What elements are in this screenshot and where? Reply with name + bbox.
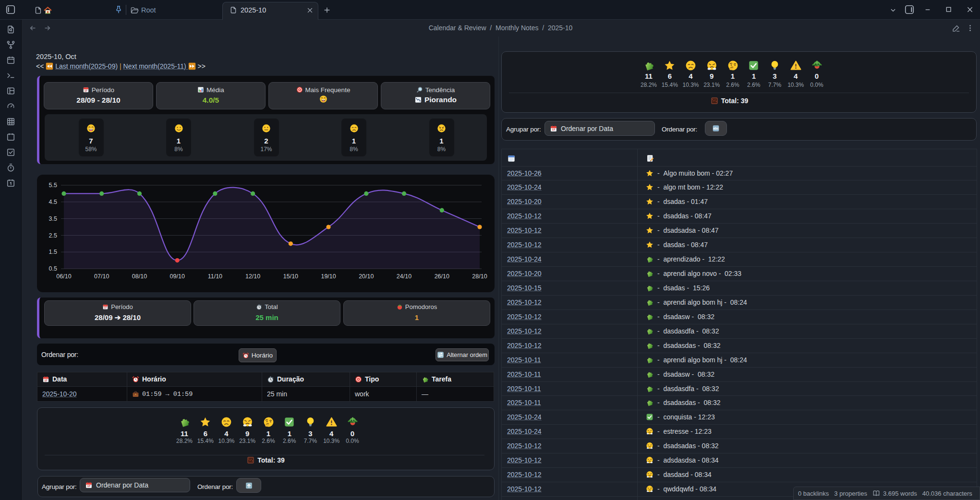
svg-text:5.5: 5.5 [49, 182, 57, 189]
svg-text:26/10: 26/10 [435, 273, 449, 280]
svg-text:08/10: 08/10 [132, 273, 147, 280]
svg-text:3.5: 3.5 [49, 215, 57, 222]
svg-text:4.5: 4.5 [49, 199, 57, 205]
svg-text:09/10: 09/10 [170, 273, 185, 280]
svg-text:11/10: 11/10 [208, 273, 222, 280]
svg-text:28/10: 28/10 [472, 273, 487, 280]
svg-text:0.5: 0.5 [49, 265, 57, 272]
svg-text:2.5: 2.5 [49, 232, 57, 239]
svg-text:06/10: 06/10 [56, 273, 71, 280]
svg-text:20/10: 20/10 [359, 273, 374, 280]
svg-text:12/10: 12/10 [245, 273, 260, 280]
svg-text:19/10: 19/10 [321, 273, 336, 280]
svg-text:15/10: 15/10 [283, 273, 298, 280]
svg-text:24/10: 24/10 [397, 273, 411, 280]
svg-text:1.5: 1.5 [49, 249, 57, 255]
svg-text:07/10: 07/10 [94, 273, 109, 280]
